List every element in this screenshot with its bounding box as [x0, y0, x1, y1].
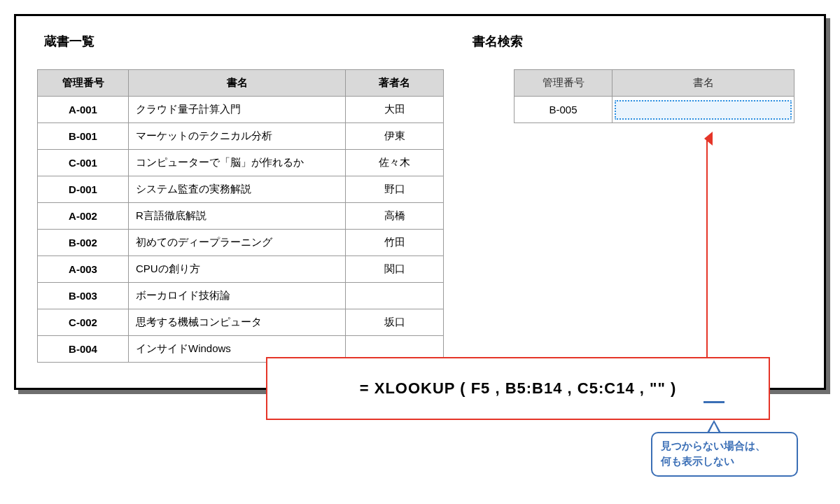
section-titles: 蔵書一覧 書名検索	[37, 33, 803, 50]
table-row: B-001マーケットのテクニカル分析伊東	[38, 123, 444, 150]
formula-argument-underline	[704, 401, 724, 403]
search-header-title: 書名	[612, 70, 794, 97]
library-title: 蔵書一覧	[44, 33, 94, 50]
search-result-cell	[612, 97, 794, 123]
table-row: A-001クラウド量子計算入門大田	[38, 97, 444, 123]
library-table-body: A-001クラウド量子計算入門大田 B-001マーケットのテクニカル分析伊東 C…	[38, 97, 444, 363]
library-header-author: 著者名	[346, 70, 444, 97]
search-result-highlight	[615, 100, 792, 120]
library-header-title: 書名	[129, 70, 346, 97]
library-table: 管理番号 書名 著者名 A-001クラウド量子計算入門大田 B-001マーケット…	[37, 69, 444, 363]
table-row: C-001コンピューターで「脳」が作れるか佐々木	[38, 150, 444, 176]
table-row: C-002思考する機械コンピュータ坂口	[38, 309, 444, 336]
search-header-id: 管理番号	[514, 70, 612, 97]
search-table: 管理番号 書名 B-005	[514, 69, 794, 123]
table-row: B-003ボーカロイド技術論	[38, 283, 444, 309]
table-row: A-003CPUの創り方関口	[38, 256, 444, 283]
table-row: A-002R言語徹底解説高橋	[38, 203, 444, 230]
formula-box: = XLOOKUP ( F5 , B5:B14 , C5:C14 , "" )	[266, 357, 770, 404]
table-row: B-005	[514, 97, 794, 123]
search-title: 書名検索	[472, 33, 523, 50]
table-row: D-001システム監査の実務解説野口	[38, 176, 444, 203]
formula-text: = XLOOKUP ( F5 , B5:B14 , C5:C14 , "" )	[360, 379, 677, 398]
document-frame: 蔵書一覧 書名検索 管理番号 書名 著者名 A-001クラウド量子計算入門大田 …	[14, 14, 826, 390]
search-lookup-id: B-005	[514, 97, 612, 123]
library-header-id: 管理番号	[38, 70, 129, 97]
table-row: B-002初めてのディープラーニング竹田	[38, 230, 444, 256]
